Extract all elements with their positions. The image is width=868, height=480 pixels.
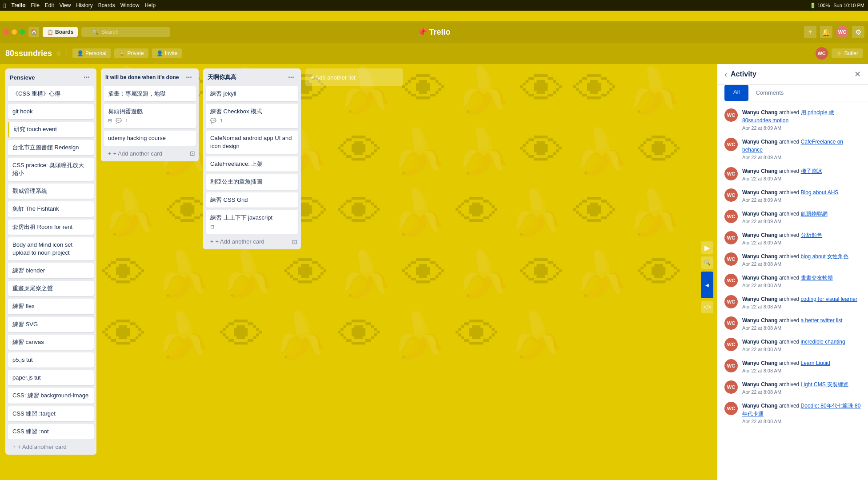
board-title[interactable]: 80ssundries	[5, 49, 52, 58]
home-button[interactable]: 🏠	[28, 27, 39, 37]
maximize-button[interactable]	[20, 29, 25, 35]
activity-item: WC Wanyu Chang archived 機子溜冰 Apr 22 at 8…	[717, 164, 868, 185]
butler-button[interactable]: ⚡ Butler	[832, 48, 863, 58]
activity-target[interactable]: 機子溜冰	[801, 168, 822, 174]
list-item[interactable]: 套房出租 Room for rent	[8, 220, 94, 235]
apple-menu[interactable]: 	[4, 2, 6, 9]
list-item[interactable]: CSS: 練習 background-image	[8, 388, 94, 403]
activity-user: Wanyu Chang	[742, 168, 778, 174]
activity-target[interactable]: incredible chanting	[801, 339, 845, 345]
search-placeholder: Search	[101, 29, 118, 35]
list-item[interactable]: 練習 flex	[8, 299, 94, 314]
avatar: WC	[724, 295, 738, 308]
app-name[interactable]: Trello	[11, 2, 25, 8]
list-item[interactable]: udemy hacking course	[104, 131, 196, 146]
expand-panel-button[interactable]: ◀	[701, 272, 713, 298]
chrome-right: + 🔔 WC ⚙	[804, 26, 864, 38]
menu-view[interactable]: View	[60, 2, 71, 8]
list-2-add-card-button[interactable]: + + Add another card	[207, 236, 268, 247]
list-item[interactable]: 研究 touch event	[8, 122, 94, 137]
activity-item: WC Wanyu Chang archived 畫畫交友軟體 Apr 22 at…	[717, 270, 868, 292]
list-item[interactable]: 練習 上上下下 javascript ⊟	[206, 210, 298, 234]
member-avatar[interactable]: WC	[816, 47, 828, 60]
activity-target[interactable]: coding for visual learner	[801, 296, 857, 302]
list-item[interactable]: 練習 Checkbox 模式 💬 1	[206, 104, 298, 128]
activity-target[interactable]: a better twitter list	[801, 317, 843, 324]
list-item[interactable]: 重畫虎尾寮之聲	[8, 281, 94, 296]
invite-button[interactable]: 👤 Invite	[152, 48, 182, 58]
list-item[interactable]: 臭頭搗蛋遊戲 ⊟ 💬 1	[104, 104, 196, 128]
private-button[interactable]: 🔒 Private	[114, 48, 148, 58]
activity-target[interactable]: 分析顏色	[801, 232, 822, 238]
activity-user: Wanyu Chang	[742, 211, 778, 217]
list-item[interactable]: CSS practice: 臭頭瞳孔放大縮小	[8, 158, 94, 181]
list-item[interactable]: 插畫：專屬深淵，地獄	[104, 86, 196, 101]
user-avatar[interactable]: WC	[836, 26, 848, 38]
pensieve-add-card-button[interactable]: + + Add another card	[9, 442, 93, 452]
list-2-menu[interactable]: ···	[286, 72, 296, 83]
list-item[interactable]: 台北市立圖書館 Redesign	[8, 140, 94, 155]
list-item[interactable]: CafeFreelance: 上架	[206, 156, 298, 172]
activity-close-button[interactable]: ✕	[854, 69, 861, 79]
bell-icon[interactable]: 🔔	[820, 26, 832, 38]
list-item[interactable]: 練習 canvas	[8, 335, 94, 350]
pensieve-list-cards: 《CSS 重構》心得 git hook 研究 touch event 台北市立圖…	[5, 86, 96, 439]
list-item[interactable]: 練習 blender	[8, 263, 94, 278]
list-item[interactable]: p5.js tut	[8, 352, 94, 368]
list-item[interactable]: Body and Mind icon set upload to noun pr…	[8, 237, 94, 260]
boards-tab[interactable]: 📋 Boards	[43, 27, 78, 37]
activity-target[interactable]: Blog about AHS	[801, 189, 839, 196]
template-icon[interactable]: ⊡	[190, 150, 195, 157]
list-item[interactable]: 練習 SVG	[8, 317, 94, 332]
menu-history[interactable]: History	[76, 2, 92, 8]
personal-button[interactable]: 👤 Personal	[72, 48, 111, 58]
menu-boards[interactable]: Boards	[98, 2, 115, 8]
add-card-label: + Add another card	[216, 238, 264, 245]
menu-edit[interactable]: Edit	[45, 2, 54, 8]
settings-icon[interactable]: ⚙	[852, 26, 864, 38]
list-item[interactable]: 練習 jekyll	[206, 86, 298, 101]
minimize-button[interactable]	[12, 29, 17, 35]
template-icon[interactable]: ⊡	[292, 238, 297, 245]
activity-target[interactable]: blog about 女性角色	[801, 253, 848, 260]
list-1-menu[interactable]: ···	[184, 72, 194, 83]
tab-comments[interactable]: Comments	[748, 85, 791, 101]
list-item[interactable]: 《CSS 重構》心得	[8, 86, 94, 101]
activity-text: Wanyu Chang archived blog about 女性角色	[742, 252, 861, 260]
activity-target[interactable]: 飢凱物聯網	[801, 211, 828, 217]
activity-target[interactable]: Learn Liquid	[801, 360, 830, 366]
tab-all[interactable]: All	[724, 85, 748, 101]
activity-target[interactable]: 畫畫交友軟體	[801, 275, 833, 281]
back-button[interactable]: ‹	[724, 70, 727, 79]
activity-time: Apr 22 at 8:08 AM	[742, 325, 861, 331]
menubar-left:  Trello File Edit View History Boards W…	[4, 2, 156, 9]
search-right-icon[interactable]: 🔍	[701, 256, 713, 269]
star-button[interactable]: ☆	[56, 50, 61, 57]
list-item[interactable]: 觀威管理系統	[8, 184, 94, 199]
list-1-add-card-button[interactable]: + + Add another card	[104, 148, 166, 159]
activity-text: Wanyu Chang archived a better twitter li…	[742, 316, 861, 324]
list-item[interactable]: CSS 練習 :not	[8, 424, 94, 439]
close-button[interactable]	[4, 29, 9, 35]
add-list-button[interactable]: + Add another list	[305, 68, 403, 86]
list-item[interactable]: CSS 練習 :target	[8, 406, 94, 421]
pensieve-list-menu[interactable]: ···	[81, 72, 92, 83]
activity-target[interactable]: Light CMS 安裝纏置	[801, 381, 848, 388]
expand-right-icon[interactable]: ▶	[701, 241, 713, 254]
list-1-cards: 插畫：專屬深淵，地獄 臭頭搗蛋遊戲 ⊟ 💬 1 udemy hacking co…	[101, 86, 199, 146]
avatar: WC	[724, 188, 738, 202]
list-item[interactable]: 魚缸 The Fishtank	[8, 201, 94, 216]
list-item[interactable]: 利亞公主的章魚插圖	[206, 174, 298, 189]
activity-content: Wanyu Chang archived incredible chanting…	[742, 338, 861, 352]
list-item[interactable]: CafeNomad android app UI and icon design	[206, 131, 298, 154]
add-button[interactable]: +	[804, 26, 816, 38]
invite-label: Invite	[165, 50, 178, 56]
search-bar[interactable]: 🔍 Search	[81, 27, 170, 37]
menu-help[interactable]: Help	[144, 2, 156, 8]
menu-window[interactable]: Window	[120, 2, 140, 8]
code-icon[interactable]: </>	[701, 301, 713, 313]
list-item[interactable]: 練習 CSS Grid	[206, 192, 298, 208]
menu-file[interactable]: File	[31, 2, 40, 8]
list-item[interactable]: git hook	[8, 104, 94, 119]
list-item[interactable]: paper.js tut	[8, 370, 94, 385]
